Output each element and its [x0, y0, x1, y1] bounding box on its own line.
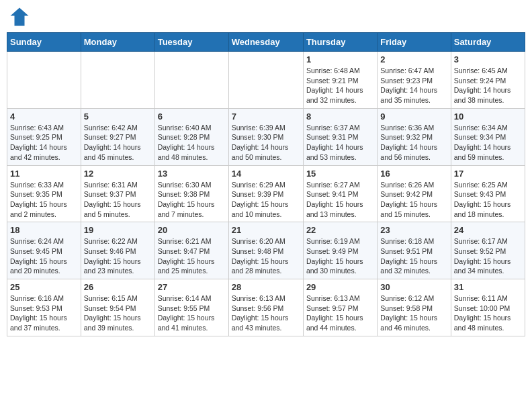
day-number: 27 [158, 282, 226, 292]
day-number: 18 [10, 225, 78, 235]
day-info: Sunrise: 6:16 AM Sunset: 9:53 PM Dayligh… [10, 293, 78, 333]
day-number: 9 [380, 111, 447, 122]
day-number: 16 [380, 169, 447, 179]
logo [9, 7, 32, 27]
day-info: Sunrise: 6:45 AM Sunset: 9:24 PM Dayligh… [454, 66, 522, 105]
week-row-2: 4Sunrise: 6:43 AM Sunset: 9:25 PM Daylig… [7, 108, 525, 165]
day-info: Sunrise: 6:37 AM Sunset: 9:31 PM Dayligh… [306, 123, 374, 163]
day-info: Sunrise: 6:43 AM Sunset: 9:25 PM Dayligh… [10, 123, 78, 163]
day-header-monday: Monday [81, 33, 154, 52]
day-info: Sunrise: 6:14 AM Sunset: 9:55 PM Dayligh… [158, 293, 226, 333]
day-cell: 13Sunrise: 6:30 AM Sunset: 9:38 PM Dayli… [154, 165, 228, 222]
day-number: 8 [306, 111, 374, 122]
day-number: 13 [158, 169, 226, 179]
day-cell: 15Sunrise: 6:27 AM Sunset: 9:41 PM Dayli… [303, 165, 377, 222]
day-info: Sunrise: 6:19 AM Sunset: 9:49 PM Dayligh… [306, 236, 374, 276]
day-info: Sunrise: 6:18 AM Sunset: 9:51 PM Dayligh… [380, 236, 447, 276]
day-header-wednesday: Wednesday [228, 33, 303, 52]
day-cell: 10Sunrise: 6:34 AM Sunset: 9:34 PM Dayli… [451, 108, 525, 165]
day-cell: 20Sunrise: 6:21 AM Sunset: 9:47 PM Dayli… [154, 222, 228, 279]
day-info: Sunrise: 6:30 AM Sunset: 9:38 PM Dayligh… [158, 180, 226, 220]
day-cell: 18Sunrise: 6:24 AM Sunset: 9:45 PM Dayli… [7, 222, 81, 279]
day-number: 28 [232, 282, 300, 292]
day-number: 29 [306, 282, 374, 292]
day-number: 26 [84, 282, 152, 292]
day-number: 4 [10, 111, 78, 122]
day-cell: 22Sunrise: 6:19 AM Sunset: 9:49 PM Dayli… [303, 222, 377, 279]
day-number: 19 [84, 225, 152, 235]
week-row-1: 1Sunrise: 6:48 AM Sunset: 9:21 PM Daylig… [7, 52, 525, 109]
day-cell [228, 52, 303, 109]
day-cell: 9Sunrise: 6:36 AM Sunset: 9:32 PM Daylig… [378, 108, 451, 165]
day-info: Sunrise: 6:13 AM Sunset: 9:56 PM Dayligh… [232, 293, 300, 333]
day-number: 6 [158, 111, 226, 122]
day-info: Sunrise: 6:26 AM Sunset: 9:42 PM Dayligh… [380, 180, 447, 220]
day-number: 15 [306, 169, 374, 179]
day-number: 14 [232, 169, 300, 179]
day-header-tuesday: Tuesday [154, 33, 228, 52]
day-number: 23 [380, 225, 447, 235]
day-cell: 7Sunrise: 6:39 AM Sunset: 9:30 PM Daylig… [228, 108, 303, 165]
day-cell: 16Sunrise: 6:26 AM Sunset: 9:42 PM Dayli… [378, 165, 451, 222]
page-header [7, 7, 525, 27]
day-info: Sunrise: 6:22 AM Sunset: 9:46 PM Dayligh… [84, 236, 152, 276]
week-row-4: 18Sunrise: 6:24 AM Sunset: 9:45 PM Dayli… [7, 222, 525, 279]
day-cell: 12Sunrise: 6:31 AM Sunset: 9:37 PM Dayli… [81, 165, 154, 222]
logo-icon [9, 7, 30, 27]
day-info: Sunrise: 6:11 AM Sunset: 10:00 PM Daylig… [454, 293, 522, 333]
day-number: 2 [380, 54, 447, 64]
day-info: Sunrise: 6:34 AM Sunset: 9:34 PM Dayligh… [454, 123, 522, 163]
day-cell: 27Sunrise: 6:14 AM Sunset: 9:55 PM Dayli… [154, 279, 228, 336]
day-cell: 28Sunrise: 6:13 AM Sunset: 9:56 PM Dayli… [228, 279, 303, 336]
day-info: Sunrise: 6:39 AM Sunset: 9:30 PM Dayligh… [232, 123, 300, 163]
day-info: Sunrise: 6:25 AM Sunset: 9:43 PM Dayligh… [454, 180, 522, 220]
day-info: Sunrise: 6:12 AM Sunset: 9:58 PM Dayligh… [380, 293, 447, 333]
day-info: Sunrise: 6:33 AM Sunset: 9:35 PM Dayligh… [10, 180, 78, 220]
day-info: Sunrise: 6:36 AM Sunset: 9:32 PM Dayligh… [380, 123, 447, 163]
day-cell: 3Sunrise: 6:45 AM Sunset: 9:24 PM Daylig… [451, 52, 525, 109]
day-cell: 11Sunrise: 6:33 AM Sunset: 9:35 PM Dayli… [7, 165, 81, 222]
day-number: 17 [454, 169, 522, 179]
day-cell: 31Sunrise: 6:11 AM Sunset: 10:00 PM Dayl… [451, 279, 525, 336]
day-info: Sunrise: 6:13 AM Sunset: 9:57 PM Dayligh… [306, 293, 374, 333]
day-number: 5 [84, 111, 152, 122]
day-cell [154, 52, 228, 109]
day-cell: 8Sunrise: 6:37 AM Sunset: 9:31 PM Daylig… [303, 108, 377, 165]
day-cell: 6Sunrise: 6:40 AM Sunset: 9:28 PM Daylig… [154, 108, 228, 165]
svg-marker-0 [11, 8, 29, 26]
day-cell: 14Sunrise: 6:29 AM Sunset: 9:39 PM Dayli… [228, 165, 303, 222]
day-header-friday: Friday [378, 33, 451, 52]
day-info: Sunrise: 6:48 AM Sunset: 9:21 PM Dayligh… [306, 66, 374, 105]
day-cell: 25Sunrise: 6:16 AM Sunset: 9:53 PM Dayli… [7, 279, 81, 336]
day-number: 10 [454, 111, 522, 122]
day-cell: 24Sunrise: 6:17 AM Sunset: 9:52 PM Dayli… [451, 222, 525, 279]
day-header-thursday: Thursday [303, 33, 377, 52]
day-number: 30 [380, 282, 447, 292]
day-cell: 23Sunrise: 6:18 AM Sunset: 9:51 PM Dayli… [378, 222, 451, 279]
day-info: Sunrise: 6:15 AM Sunset: 9:54 PM Dayligh… [84, 293, 152, 333]
day-cell: 4Sunrise: 6:43 AM Sunset: 9:25 PM Daylig… [7, 108, 81, 165]
day-cell: 5Sunrise: 6:42 AM Sunset: 9:27 PM Daylig… [81, 108, 154, 165]
day-info: Sunrise: 6:42 AM Sunset: 9:27 PM Dayligh… [84, 123, 152, 163]
day-number: 21 [232, 225, 300, 235]
day-cell: 1Sunrise: 6:48 AM Sunset: 9:21 PM Daylig… [303, 52, 377, 109]
day-number: 24 [454, 225, 522, 235]
day-number: 3 [454, 54, 522, 64]
day-info: Sunrise: 6:24 AM Sunset: 9:45 PM Dayligh… [10, 236, 78, 276]
day-info: Sunrise: 6:29 AM Sunset: 9:39 PM Dayligh… [232, 180, 300, 220]
week-row-5: 25Sunrise: 6:16 AM Sunset: 9:53 PM Dayli… [7, 279, 525, 336]
day-info: Sunrise: 6:31 AM Sunset: 9:37 PM Dayligh… [84, 180, 152, 220]
day-info: Sunrise: 6:40 AM Sunset: 9:28 PM Dayligh… [158, 123, 226, 163]
day-header-saturday: Saturday [451, 33, 525, 52]
day-cell: 19Sunrise: 6:22 AM Sunset: 9:46 PM Dayli… [81, 222, 154, 279]
day-cell [81, 52, 154, 109]
day-cell [7, 52, 81, 109]
day-header-sunday: Sunday [7, 33, 81, 52]
week-row-3: 11Sunrise: 6:33 AM Sunset: 9:35 PM Dayli… [7, 165, 525, 222]
day-number: 11 [10, 169, 78, 179]
day-info: Sunrise: 6:17 AM Sunset: 9:52 PM Dayligh… [454, 236, 522, 276]
day-number: 25 [10, 282, 78, 292]
day-info: Sunrise: 6:47 AM Sunset: 9:23 PM Dayligh… [380, 66, 447, 105]
day-number: 31 [454, 282, 522, 292]
day-cell: 30Sunrise: 6:12 AM Sunset: 9:58 PM Dayli… [378, 279, 451, 336]
